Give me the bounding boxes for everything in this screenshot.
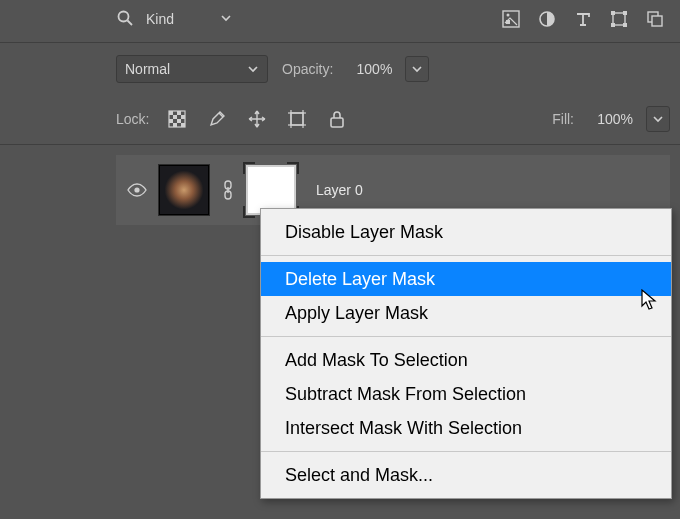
visibility-eye-icon[interactable] [126,183,148,197]
lock-transparency-icon[interactable] [163,104,191,134]
filter-shape-icon[interactable] [604,4,634,34]
lock-artboard-icon[interactable] [283,104,311,134]
menu-item-select-and-mask[interactable]: Select and Mask... [261,458,671,492]
svg-rect-14 [169,111,173,115]
svg-rect-16 [173,115,177,119]
svg-rect-27 [331,118,343,127]
filter-kind-label[interactable]: Kind [146,11,174,27]
menu-item-delete-layer-mask[interactable]: Delete Layer Mask [261,262,671,296]
layer-name[interactable]: Layer 0 [316,182,363,198]
svg-rect-17 [181,115,185,119]
lock-position-icon[interactable] [243,104,271,134]
svg-rect-8 [623,11,627,15]
opacity-value[interactable]: 100% [339,58,403,80]
blend-mode-value: Normal [125,61,170,77]
layer-mask-context-menu: Disable Layer Mask Delete Layer Mask App… [260,208,672,499]
svg-rect-7 [611,11,615,15]
opacity-label[interactable]: Opacity: [282,61,333,77]
svg-rect-22 [291,113,303,125]
fill-value[interactable]: 100% [580,108,644,130]
opacity-chevron-icon[interactable] [405,56,429,82]
menu-item-apply-layer-mask[interactable]: Apply Layer Mask [261,296,671,330]
menu-item-intersect-mask-with-selection[interactable]: Intersect Mask With Selection [261,411,671,445]
filter-type-icon[interactable] [568,4,598,34]
filter-pixel-icon[interactable] [496,4,526,34]
svg-rect-19 [177,119,181,123]
search-icon [116,9,134,30]
svg-rect-18 [169,119,173,123]
svg-rect-10 [623,23,627,27]
cursor-icon [641,289,659,314]
lock-row: Lock: Fill: 100% [116,102,670,136]
svg-rect-21 [181,123,185,127]
svg-point-4 [507,14,510,17]
menu-separator [261,451,671,452]
blend-mode-select[interactable]: Normal [116,55,268,83]
filter-adjustment-icon[interactable] [532,4,562,34]
fill-label[interactable]: Fill: [552,111,574,127]
menu-separator [261,255,671,256]
menu-item-add-mask-to-selection[interactable]: Add Mask To Selection [261,343,671,377]
mask-link-icon[interactable] [220,180,236,200]
svg-point-28 [134,187,139,192]
svg-rect-15 [177,111,181,115]
layer-filter-bar: Kind [116,2,670,36]
svg-rect-20 [173,123,177,127]
lock-all-icon[interactable] [323,104,351,134]
svg-rect-9 [611,23,615,27]
lock-pixels-icon[interactable] [203,104,231,134]
chevron-down-icon[interactable] [220,11,232,27]
menu-item-disable-layer-mask[interactable]: Disable Layer Mask [261,215,671,249]
filter-smartobject-icon[interactable] [640,4,670,34]
menu-item-subtract-mask-from-selection[interactable]: Subtract Mask From Selection [261,377,671,411]
layer-thumbnail[interactable] [158,164,210,216]
svg-rect-12 [652,16,662,26]
lock-label: Lock: [116,111,149,127]
blend-opacity-row: Normal Opacity: 100% [116,52,670,86]
fill-chevron-icon[interactable] [646,106,670,132]
menu-separator [261,336,671,337]
svg-line-1 [128,20,133,25]
svg-point-0 [119,11,129,21]
